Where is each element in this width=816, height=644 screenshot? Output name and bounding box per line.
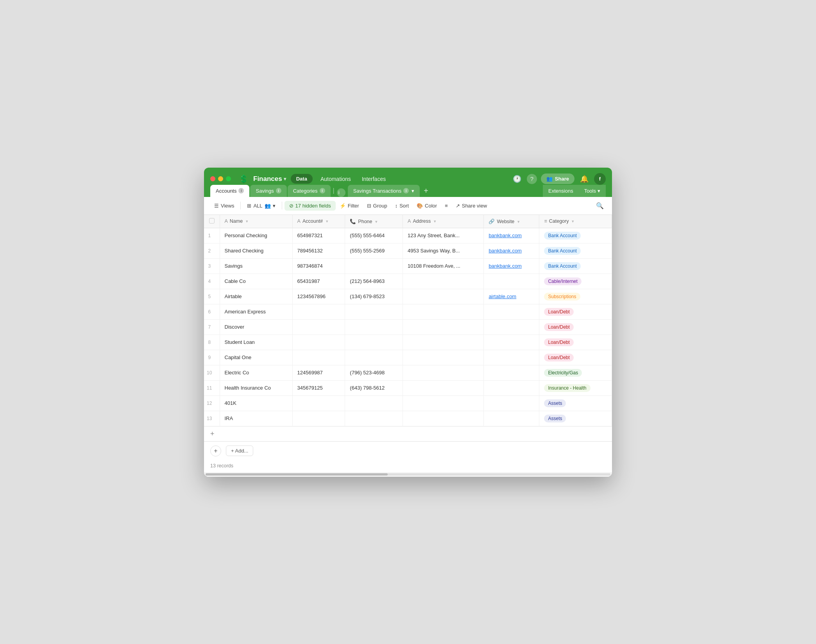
row-phone-cell[interactable]: [345, 319, 403, 335]
row-checkbox-cell[interactable]: 11: [204, 380, 220, 395]
row-address-cell[interactable]: 4953 Savings Way, B...: [403, 243, 484, 258]
all-view-button[interactable]: ⊞ ALL 👥 ▾: [243, 201, 279, 211]
row-name-cell[interactable]: Student Loan: [220, 335, 292, 350]
row-website-cell[interactable]: [484, 365, 539, 380]
tab-categories[interactable]: Categories i: [288, 185, 331, 197]
row-name-cell[interactable]: Airtable: [220, 289, 292, 304]
tab-categories-info[interactable]: i: [320, 188, 325, 193]
row-account-cell[interactable]: [292, 304, 345, 319]
row-address-cell[interactable]: [403, 304, 484, 319]
row-checkbox-cell[interactable]: 9: [204, 350, 220, 365]
tab-savings-tx-info[interactable]: i: [403, 188, 409, 193]
tab-savings-transactions[interactable]: Savings Transactions i ▾: [348, 185, 420, 197]
row-checkbox-cell[interactable]: 12: [204, 395, 220, 411]
row-address-cell[interactable]: [403, 319, 484, 335]
hidden-fields-button[interactable]: ⊘ 17 hidden fields: [285, 201, 336, 211]
row-website-cell[interactable]: [484, 335, 539, 350]
row-checkbox-cell[interactable]: 5: [204, 289, 220, 304]
row-name-cell[interactable]: Savings: [220, 258, 292, 274]
maximize-button[interactable]: [226, 176, 231, 181]
row-checkbox-cell[interactable]: 3: [204, 258, 220, 274]
tab-dropdown-arrow[interactable]: ▾: [412, 188, 414, 194]
row-address-cell[interactable]: 10108 Freedom Ave, ...: [403, 258, 484, 274]
color-button[interactable]: 🎨 Color: [413, 201, 441, 211]
row-checkbox-cell[interactable]: 10: [204, 365, 220, 380]
row-name-cell[interactable]: Shared Checking: [220, 243, 292, 258]
row-address-cell[interactable]: [403, 365, 484, 380]
row-address-cell[interactable]: [403, 395, 484, 411]
row-address-cell[interactable]: [403, 350, 484, 365]
row-phone-cell[interactable]: [345, 335, 403, 350]
row-account-cell[interactable]: [292, 335, 345, 350]
row-category-cell[interactable]: Cable/Internet: [539, 274, 612, 289]
extensions-button[interactable]: Extensions: [543, 185, 579, 197]
interfaces-nav-button[interactable]: Interfaces: [359, 174, 389, 184]
filter-button[interactable]: ⚡ Filter: [336, 201, 363, 211]
row-account-cell[interactable]: 124569987: [292, 365, 345, 380]
select-all-checkbox[interactable]: [209, 218, 215, 224]
notification-button[interactable]: 🔔: [578, 173, 590, 185]
row-category-cell[interactable]: Electricity/Gas: [539, 365, 612, 380]
user-avatar[interactable]: f: [594, 173, 606, 185]
row-name-cell[interactable]: Health Insurance Co: [220, 380, 292, 395]
row-category-cell[interactable]: Loan/Debt: [539, 335, 612, 350]
row-checkbox-cell[interactable]: 1: [204, 228, 220, 243]
share-view-button[interactable]: ↗ Share view: [452, 201, 491, 211]
row-phone-cell[interactable]: [345, 304, 403, 319]
col-name[interactable]: AName ▾: [220, 215, 292, 228]
col-checkbox[interactable]: [204, 215, 220, 228]
row-account-cell[interactable]: [292, 395, 345, 411]
row-category-cell[interactable]: Assets: [539, 395, 612, 411]
row-phone-cell[interactable]: (555) 555-2569: [345, 243, 403, 258]
row-phone-cell[interactable]: [345, 395, 403, 411]
data-nav-button[interactable]: Data: [291, 174, 313, 184]
row-account-cell[interactable]: 345679125: [292, 380, 345, 395]
col-category[interactable]: ≡Category ▾: [539, 215, 612, 228]
tab-accounts-info[interactable]: i: [238, 188, 244, 193]
row-website-cell[interactable]: [484, 319, 539, 335]
row-checkbox-cell[interactable]: 13: [204, 411, 220, 426]
row-website-cell[interactable]: bankbank.com: [484, 258, 539, 274]
row-account-cell[interactable]: [292, 411, 345, 426]
col-account[interactable]: AAccount# ▾: [292, 215, 345, 228]
row-address-cell[interactable]: [403, 335, 484, 350]
row-website-cell[interactable]: [484, 304, 539, 319]
tools-button[interactable]: Tools ▾: [579, 185, 606, 197]
row-checkbox-cell[interactable]: 6: [204, 304, 220, 319]
search-button[interactable]: 🔍: [594, 200, 606, 211]
row-website-cell[interactable]: bankbank.com: [484, 243, 539, 258]
add-row-inline-button[interactable]: +: [210, 430, 215, 438]
help-button[interactable]: ?: [527, 174, 537, 184]
row-account-cell[interactable]: [292, 350, 345, 365]
row-website-cell[interactable]: [484, 411, 539, 426]
row-phone-cell[interactable]: (555) 555-6464: [345, 228, 403, 243]
row-address-cell[interactable]: [403, 380, 484, 395]
row-phone-cell[interactable]: [345, 350, 403, 365]
row-category-cell[interactable]: Loan/Debt: [539, 304, 612, 319]
col-address[interactable]: AAddress ▾: [403, 215, 484, 228]
row-category-cell[interactable]: Insurance - Health: [539, 380, 612, 395]
row-name-cell[interactable]: IRA: [220, 411, 292, 426]
row-website-cell[interactable]: airtable.com: [484, 289, 539, 304]
col-website[interactable]: 🔗Website ▾: [484, 215, 539, 228]
group-button[interactable]: ⊟ Group: [363, 201, 391, 211]
row-website-cell[interactable]: [484, 380, 539, 395]
row-name-cell[interactable]: Capital One: [220, 350, 292, 365]
row-account-cell[interactable]: [292, 319, 345, 335]
add-with-label-button[interactable]: + Add...: [226, 445, 253, 456]
row-name-cell[interactable]: Discover: [220, 319, 292, 335]
website-link[interactable]: bankbank.com: [489, 233, 522, 238]
row-checkbox-cell[interactable]: 2: [204, 243, 220, 258]
row-name-cell[interactable]: Personal Checking: [220, 228, 292, 243]
tab-accounts[interactable]: Accounts i: [210, 185, 249, 197]
row-phone-cell[interactable]: [345, 258, 403, 274]
row-category-cell[interactable]: Loan/Debt: [539, 350, 612, 365]
row-account-cell[interactable]: 654987321: [292, 228, 345, 243]
all-dropdown-arrow[interactable]: ▾: [273, 203, 276, 209]
row-name-cell[interactable]: Electric Co: [220, 365, 292, 380]
row-category-cell[interactable]: Bank Account: [539, 258, 612, 274]
row-website-cell[interactable]: [484, 350, 539, 365]
title-chevron[interactable]: ▾: [284, 176, 286, 182]
row-account-cell[interactable]: 789456132: [292, 243, 345, 258]
tab-info-extra[interactable]: i: [337, 188, 345, 197]
